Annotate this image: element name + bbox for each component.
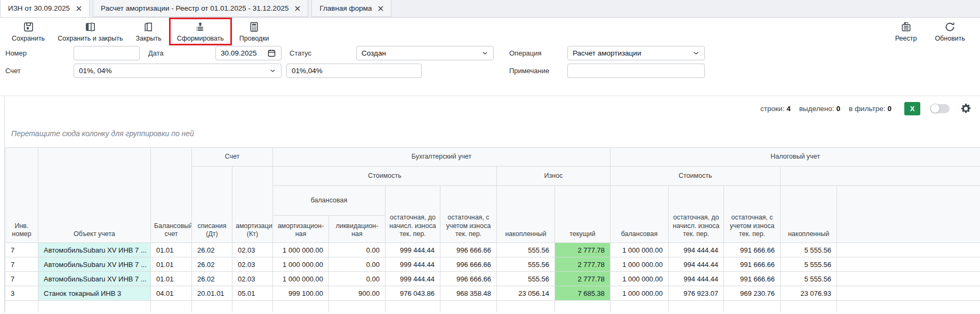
cell-balance-account[interactable]: 01.01 [151, 243, 192, 257]
cell-tax-residual-after[interactable]: 991 666.66 [724, 257, 781, 272]
cell-current[interactable]: 7 685.38 [555, 286, 611, 301]
column-header-current[interactable]: текущий [555, 186, 611, 243]
column-header-amort-cost[interactable]: амортизацион-ная [273, 216, 329, 243]
cell-tax-balance[interactable]: 1 000 000.00 [611, 243, 669, 257]
note-input[interactable] [573, 67, 700, 75]
cell-tax-balance[interactable]: 1 000 000.00 [611, 286, 669, 301]
cell-residual-before[interactable]: 999 444.44 [385, 272, 440, 286]
tab-izn-document[interactable]: ИЗН от 30.09.2025 [0, 0, 90, 17]
cell-tax-accumulated[interactable]: 23 076.93 [781, 286, 837, 301]
cell-residual-after[interactable]: 996 666.66 [440, 243, 497, 257]
column-header-amortization[interactable]: амортизаци (Кт) [232, 167, 273, 243]
cell-current[interactable]: 2 777.78 [555, 272, 611, 286]
cell-inv[interactable]: 7 [5, 243, 38, 257]
cell-liquid-cost[interactable]: 0.00 [329, 243, 385, 257]
column-header-residual-after[interactable]: остаточная, с учетом износа тек. пер. [440, 186, 497, 243]
column-header-accumulated[interactable]: накопленный [497, 186, 555, 243]
cell-object[interactable]: АвтомобильSubaru XV ИНВ 7 ... [38, 272, 151, 286]
cell-object[interactable]: Станок токарный ИНВ 3 [38, 286, 151, 301]
cell-accumulated[interactable]: 555.56 [497, 243, 555, 257]
close-icon[interactable] [378, 6, 383, 11]
cell-tax-residual-before[interactable]: 994 444.44 [669, 257, 724, 272]
cell-tax-residual-after[interactable]: 991 666.66 [724, 243, 781, 257]
grid-settings-button[interactable] [960, 103, 971, 114]
tab-amortization-registry[interactable]: Расчет амортизации - Реестр от 01.01.202… [93, 0, 308, 17]
generate-button[interactable]: Сформировать [171, 19, 230, 44]
cell-tax-accumulated[interactable]: 5 555.56 [781, 243, 837, 257]
number-input[interactable] [79, 49, 134, 57]
column-header-tax-accumulated[interactable]: накопленный [781, 186, 837, 243]
cell-inv[interactable]: 3 [5, 286, 38, 301]
calendar-icon[interactable] [267, 49, 276, 58]
group-header-account[interactable]: Счет [192, 148, 273, 167]
cell-tax-residual-before[interactable]: 994 444.44 [669, 243, 724, 257]
cell-amort[interactable]: 02.03 [232, 272, 273, 286]
cell-liquid-cost[interactable]: 0.00 [329, 257, 385, 272]
cell-write-off[interactable]: 26.02 [192, 243, 232, 257]
cell-amort-cost[interactable]: 999 100.00 [273, 286, 329, 301]
note-field[interactable] [567, 64, 705, 78]
table-row[interactable]: 3Станок токарный ИНВ 304.0120.01.0105.01… [5, 286, 980, 301]
cell-object[interactable]: АвтомобильSubaru XV ИНВ 7 ... [38, 243, 151, 257]
number-field[interactable] [74, 46, 140, 60]
cell-residual-before[interactable]: 999 444.44 [385, 243, 440, 257]
date-field[interactable]: 30.09.2025 [215, 46, 282, 60]
cell-amort[interactable]: 02.03 [232, 243, 273, 257]
cell-object[interactable]: АвтомобильSubaru XV ИНВ 7 ... [38, 257, 151, 272]
close-button[interactable]: Закрыть [130, 18, 168, 45]
cell-current[interactable]: 2 777.78 [555, 257, 611, 272]
cell-inv[interactable]: 7 [5, 257, 38, 272]
cell--cut[interactable] [837, 257, 980, 272]
table-row[interactable]: 7АвтомобильSubaru XV ИНВ 7 ...01.0126.02… [5, 257, 980, 272]
cell--cut[interactable] [837, 286, 980, 301]
column-header-object[interactable]: Объект учета [38, 148, 151, 243]
close-icon[interactable] [295, 6, 300, 11]
save-button[interactable]: Сохранить [5, 18, 51, 45]
table-row[interactable]: 7АвтомобильSubaru XV ИНВ 7 ...01.0126.02… [5, 243, 980, 257]
cell-write-off[interactable]: 26.02 [192, 272, 232, 286]
cell-accumulated[interactable]: 23 056.14 [497, 286, 555, 301]
cell-residual-before[interactable]: 976 043.86 [385, 286, 440, 301]
table-row[interactable]: 7АвтомобильSubaru XV ИНВ 7 ...01.0126.02… [5, 272, 980, 286]
cell-residual-after[interactable]: 996 666.66 [440, 272, 497, 286]
cell-tax-balance[interactable]: 1 000 000.00 [611, 257, 669, 272]
cell-accumulated[interactable]: 555.56 [497, 272, 555, 286]
cell-amort-cost[interactable]: 1 000 000.00 [273, 272, 329, 286]
cell-current[interactable]: 2 777.78 [555, 243, 611, 257]
cell-accumulated[interactable]: 555.56 [497, 257, 555, 272]
cell-tax-residual-before[interactable]: 976 923.07 [669, 286, 724, 301]
cell-balance-account[interactable]: 04.01 [151, 286, 192, 301]
cell--cut[interactable] [837, 272, 980, 286]
cell-tax-residual-after[interactable]: 969 230.76 [724, 286, 781, 301]
refresh-button[interactable]: Обновить [928, 18, 971, 45]
tab-main-form[interactable]: Главная форма [311, 0, 391, 17]
export-excel-button[interactable]: X [904, 102, 920, 115]
group-header-accounting[interactable]: Бухгалтерский учет [273, 148, 611, 167]
cell-amort-cost[interactable]: 1 000 000.00 [273, 243, 329, 257]
save-and-close-button[interactable]: Сохранить и закрыть [51, 18, 129, 45]
cell-liquid-cost[interactable]: 900.00 [329, 286, 385, 301]
column-header-residual-before[interactable]: остаточная, до начисл. износа тек. пер. [385, 186, 440, 243]
account-select[interactable]: 01%, 04% [74, 64, 282, 78]
close-icon[interactable] [76, 6, 82, 11]
column-header-write-off[interactable]: списания (Дт) [192, 167, 232, 243]
group-header-tax[interactable]: Налоговый учет [611, 148, 980, 167]
registry-button[interactable]: Реестр [889, 18, 923, 45]
group-header-wear[interactable]: Износ [497, 167, 611, 186]
cell-amort[interactable]: 02.03 [232, 257, 273, 272]
group-header-cost[interactable]: Стоимость [273, 167, 497, 186]
column-header-liquid-cost[interactable]: ликвидацион-ная [329, 216, 385, 243]
cell-tax-residual-before[interactable]: 994 444.44 [669, 272, 724, 286]
cell-residual-before[interactable]: 999 444.44 [385, 257, 440, 272]
operation-select[interactable]: Расчет амортизации [567, 46, 705, 60]
column-header-tax-residual-after[interactable]: остаточная, с учетом износа тек. пер. [724, 186, 781, 243]
account-mask-field[interactable] [286, 64, 422, 78]
cell-tax-accumulated[interactable]: 5 555.56 [781, 272, 837, 286]
column-header-tax-balance[interactable]: балансовая [611, 186, 669, 243]
cell-tax-balance[interactable]: 1 000 000.00 [611, 272, 669, 286]
cell-amort-cost[interactable]: 1 000 000.00 [273, 257, 329, 272]
cell-residual-after[interactable]: 996 666.66 [440, 257, 497, 272]
filter-toggle[interactable] [930, 104, 950, 113]
group-header-balance[interactable]: балансовая [273, 186, 385, 216]
cell-liquid-cost[interactable]: 0.00 [329, 272, 385, 286]
